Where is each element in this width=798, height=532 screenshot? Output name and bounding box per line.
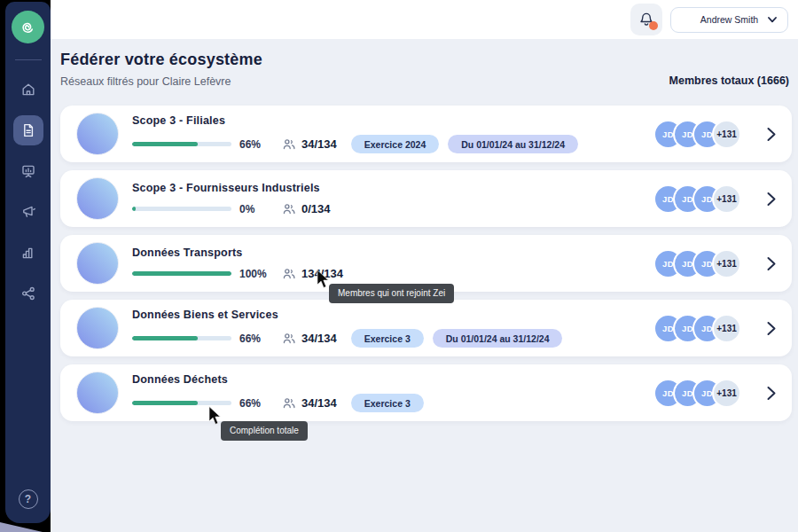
sidebar-item-statistics[interactable] — [13, 238, 43, 268]
megaphone-icon — [20, 204, 36, 220]
badge: Exercice 2024 — [351, 135, 439, 153]
window-corner-artifact — [0, 522, 43, 532]
notifications-button[interactable] — [630, 4, 662, 35]
progress-percent: 0% — [239, 203, 273, 215]
sidebar-item-announcements[interactable] — [13, 197, 43, 227]
members-icon — [282, 267, 296, 281]
progress-percent: 66% — [239, 332, 273, 345]
network-avatar — [76, 113, 119, 155]
badge-group: Exercice 3 — [351, 394, 424, 412]
topbar: Andrew Smith — [51, 0, 798, 39]
members-icon — [282, 332, 296, 346]
progress-fill — [132, 142, 198, 146]
progress-bar — [132, 336, 231, 340]
tooltip-members: Membres qui ont rejoint Zei — [329, 284, 454, 303]
members-count: 34/134 — [301, 332, 337, 345]
user-menu[interactable]: Andrew Smith — [670, 7, 788, 33]
badge-group: Exercice 2024Du 01/01/24 au 31/12/24 — [351, 135, 578, 153]
sidebar: ? — [5, 2, 51, 523]
network-stats-line: 66% 34/134 Exercice 3Du 01/01/24 au 31/1… — [132, 329, 562, 348]
progress-bar — [132, 142, 231, 146]
network-card[interactable]: Données Déchets 66% 34/134 — [60, 364, 792, 421]
avatar-stack: JDJDJD+131 — [653, 314, 741, 343]
network-stats-line: 66% 34/134 Exercice 2024Du 01/01/24 au 3… — [132, 135, 578, 153]
network-avatar — [76, 307, 119, 349]
sidebar-item-documents[interactable] — [13, 115, 43, 145]
badge: Exercice 3 — [351, 394, 424, 412]
open-network-button[interactable] — [765, 386, 778, 401]
tooltip-completion: Complétion totale — [221, 421, 308, 441]
badge: Du 01/01/24 au 31/12/24 — [433, 329, 563, 348]
network-info: Scope 3 - Fournisseurs Industriels 0% — [132, 182, 345, 216]
cursor-pointer — [207, 406, 223, 426]
badge: Du 01/01/24 au 31/12/24 — [448, 135, 578, 153]
network-name: Scope 3 - Fournisseurs Industriels — [132, 182, 345, 194]
home-icon — [20, 82, 36, 98]
network-stats-line: 66% 34/134 Exercice 3 — [132, 394, 424, 412]
page-title: Fédérer votre écosystème — [60, 51, 262, 69]
sidebar-item-home[interactable] — [13, 74, 43, 105]
network-name: Données Biens et Services — [132, 309, 562, 321]
network-avatar — [76, 242, 119, 285]
monitor-chart-icon — [20, 163, 36, 179]
sidebar-item-network[interactable] — [13, 278, 43, 309]
help-button[interactable]: ? — [19, 489, 38, 509]
network-stats-line: 0% 0/134 — [132, 202, 345, 216]
network-list: Scope 3 - Filiales 66% 34/13 — [51, 106, 798, 421]
members-count: 34/134 — [301, 137, 337, 151]
network-avatar — [76, 372, 119, 414]
members-icon — [282, 202, 296, 216]
question-icon: ? — [25, 493, 31, 505]
page-subtitle: Réseaux filtrés pour Claire Lefèvre — [60, 75, 262, 88]
cursor-pointer — [315, 270, 331, 289]
network-name: Scope 3 - Filiales — [132, 114, 578, 127]
sidebar-divider — [15, 59, 42, 60]
main-area: Andrew Smith Fédérer votre écosystème Ré… — [51, 0, 798, 532]
network-card[interactable]: Scope 3 - Fournisseurs Industriels 0% — [60, 170, 792, 227]
notification-badge — [649, 21, 658, 30]
chevron-right-icon — [765, 256, 778, 271]
progress-fill — [132, 336, 198, 340]
progress-bar — [132, 271, 231, 276]
avatar-stack: JDJDJD+131 — [653, 184, 741, 214]
chevron-right-icon — [765, 386, 778, 401]
chevron-right-icon — [765, 321, 778, 336]
progress-bar — [132, 207, 231, 211]
open-network-button[interactable] — [765, 321, 778, 336]
members-count: 34/134 — [301, 396, 337, 410]
share-network-icon — [20, 286, 36, 301]
avatar-stack: JDJDJD+131 — [653, 249, 741, 278]
open-network-button[interactable] — [765, 127, 778, 142]
zei-spiral-logo — [12, 11, 44, 43]
network-info: Données Déchets 66% 34/134 — [132, 373, 424, 412]
chevron-right-icon — [765, 192, 778, 207]
progress-fill — [132, 271, 231, 276]
chevron-right-icon — [765, 127, 778, 142]
sidebar-item-monitor[interactable] — [13, 156, 43, 186]
progress-percent: 100% — [239, 268, 273, 280]
progress-fill — [132, 207, 136, 211]
members-icon — [282, 396, 296, 411]
network-avatar — [76, 177, 119, 220]
open-network-button[interactable] — [765, 192, 778, 207]
more-members-count: +131 — [712, 184, 741, 214]
members-count: 0/134 — [301, 202, 331, 215]
progress-percent: 66% — [239, 138, 273, 151]
network-card[interactable]: Scope 3 - Filiales 66% 34/13 — [60, 106, 792, 162]
chevron-down-icon — [768, 17, 777, 23]
open-network-button[interactable] — [765, 256, 778, 271]
user-name: Andrew Smith — [700, 14, 758, 25]
network-card[interactable]: Données Biens et Services 66% — [60, 300, 792, 356]
badge: Exercice 3 — [351, 329, 424, 348]
avatar-stack: JDJDJD+131 — [653, 120, 741, 149]
spiral-icon — [18, 17, 39, 38]
more-members-count: +131 — [712, 314, 741, 343]
document-icon — [20, 122, 36, 138]
more-members-count: +131 — [712, 120, 741, 149]
members-total: Membres totaux (1666) — [669, 74, 789, 88]
badge-group: Exercice 3Du 01/01/24 au 31/12/24 — [351, 329, 563, 348]
more-members-count: +131 — [712, 249, 741, 278]
page-header: Fédérer votre écosystème Réseaux filtrés… — [51, 39, 798, 88]
network-info: Données Biens et Services 66% — [132, 309, 562, 348]
network-name: Données Déchets — [132, 373, 424, 386]
